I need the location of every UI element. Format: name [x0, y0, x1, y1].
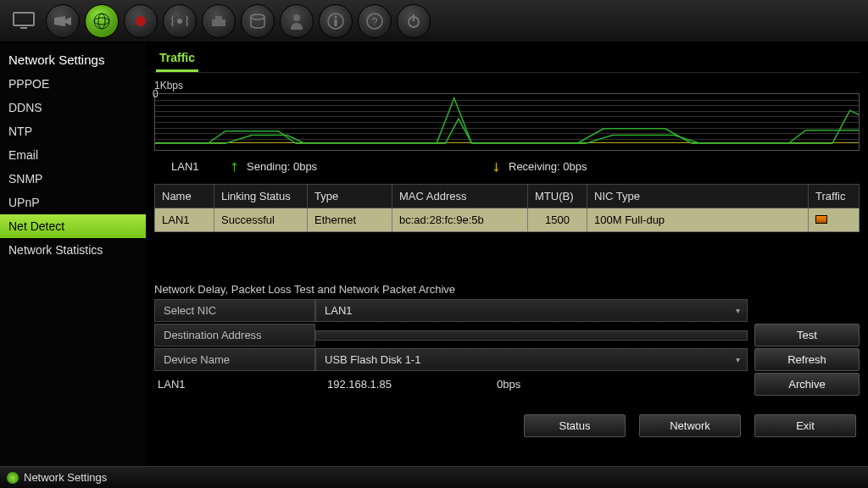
- svg-point-10: [293, 14, 300, 21]
- destination-address-input[interactable]: [315, 330, 748, 341]
- svg-point-6: [177, 19, 182, 24]
- info-rate: 0bps: [497, 378, 598, 391]
- cell-type: Ethernet: [308, 208, 392, 232]
- top-toolbar: ?: [0, 0, 868, 42]
- alarm-icon[interactable]: [163, 4, 197, 38]
- cell-status: Successful: [214, 208, 308, 232]
- download-arrow-icon: ↓: [492, 158, 500, 175]
- th-mtu: MTU(B): [528, 185, 587, 208]
- help-icon[interactable]: ?: [358, 4, 392, 38]
- svg-rect-17: [413, 14, 415, 21]
- cell-nic: 100M Full-dup: [587, 208, 809, 232]
- exit-button[interactable]: Exit: [754, 414, 856, 437]
- traffic-chart-icon[interactable]: [815, 215, 827, 224]
- select-nic-value: LAN1: [325, 304, 353, 317]
- svg-point-9: [251, 14, 264, 19]
- sidebar-item-upnp[interactable]: UPnP: [0, 191, 146, 214]
- device-icon[interactable]: [202, 4, 236, 38]
- table-header-row: Name Linking Status Type MAC Address MTU…: [155, 185, 860, 208]
- svg-point-12: [335, 15, 337, 18]
- footer-buttons: Status Network Exit: [524, 414, 856, 437]
- sidebar-item-pppoe[interactable]: PPPOE: [0, 72, 146, 96]
- svg-text:?: ?: [371, 15, 377, 28]
- destination-address-label: Destination Address: [154, 324, 315, 347]
- svg-rect-13: [335, 19, 337, 26]
- camera-icon[interactable]: [46, 4, 80, 38]
- th-traffic: Traffic: [809, 185, 860, 208]
- select-nic-label: Select NIC: [154, 299, 315, 322]
- graph-legend: LAN1 ↑ Sending: 0bps ↓ Receiving: 0bps: [154, 154, 860, 184]
- info-ip: 192.168.1.85: [327, 378, 429, 391]
- th-status: Linking Status: [214, 185, 308, 208]
- record-icon[interactable]: [124, 4, 158, 38]
- th-mac: MAC Address: [392, 185, 528, 208]
- svg-rect-7: [212, 19, 225, 26]
- info-lan: LAN1: [158, 378, 259, 391]
- upload-arrow-icon: ↑: [231, 158, 238, 175]
- chevron-down-icon: ▾: [736, 355, 740, 364]
- th-type: Type: [308, 185, 392, 208]
- device-name-label: Device Name: [154, 348, 315, 371]
- archive-button[interactable]: Archive: [754, 373, 860, 396]
- power-icon[interactable]: [397, 4, 431, 38]
- device-name-value: USB Flash Disk 1-1: [325, 353, 420, 366]
- hdd-icon[interactable]: [241, 4, 275, 38]
- traffic-graph: [154, 93, 860, 151]
- monitor-icon[interactable]: [7, 7, 41, 36]
- sidebar-item-email[interactable]: Email: [0, 143, 146, 167]
- legend-lan: LAN1: [171, 160, 222, 173]
- svg-point-4: [98, 14, 105, 29]
- section-title: Network Delay, Packet Loss Test and Netw…: [154, 274, 860, 299]
- status-button[interactable]: Status: [524, 414, 626, 437]
- svg-rect-0: [14, 13, 34, 25]
- select-nic-dropdown[interactable]: LAN1 ▾: [315, 299, 748, 322]
- network-button[interactable]: Network: [639, 414, 741, 437]
- status-bar: Network Settings: [0, 466, 868, 488]
- test-button[interactable]: Test: [754, 324, 860, 347]
- svg-point-2: [94, 14, 109, 29]
- refresh-button[interactable]: Refresh: [754, 348, 860, 371]
- cell-mac: bc:ad:28:fc:9e:5b: [392, 208, 528, 232]
- cell-mtu: 1500: [528, 208, 587, 232]
- nic-table: Name Linking Status Type MAC Address MTU…: [154, 184, 860, 232]
- legend-receiving: Receiving: 0bps: [509, 160, 587, 173]
- svg-point-5: [136, 16, 146, 26]
- info-icon[interactable]: [319, 4, 353, 38]
- sidebar-item-net-detect[interactable]: Net Detect: [0, 214, 146, 238]
- svg-rect-1: [20, 27, 27, 29]
- th-name: Name: [155, 185, 214, 208]
- graph-zero-label: 0: [153, 88, 159, 100]
- sidebar-item-network-statistics[interactable]: Network Statistics: [0, 238, 146, 262]
- svg-point-3: [94, 18, 109, 25]
- sidebar-header: Network Settings: [0, 47, 146, 72]
- tab-traffic[interactable]: Traffic: [156, 47, 198, 72]
- cell-name: LAN1: [155, 208, 214, 232]
- status-dot-icon: [7, 472, 19, 484]
- sidebar-item-snmp[interactable]: SNMP: [0, 167, 146, 191]
- sidebar-item-ntp[interactable]: NTP: [0, 119, 146, 143]
- sidebar-item-ddns[interactable]: DDNS: [0, 96, 146, 119]
- status-bar-text: Network Settings: [24, 471, 107, 484]
- table-row[interactable]: LAN1 Successful Ethernet bc:ad:28:fc:9e:…: [155, 208, 860, 232]
- th-nictype: NIC Type: [587, 185, 809, 208]
- legend-sending: Sending: 0bps: [247, 160, 484, 173]
- info-row: LAN1 192.168.1.85 0bps: [154, 373, 748, 396]
- sidebar: Network Settings PPPOE DDNS NTP Email SN…: [0, 42, 146, 466]
- cell-traffic[interactable]: [809, 208, 860, 232]
- user-icon[interactable]: [280, 4, 314, 38]
- svg-rect-8: [215, 16, 222, 19]
- device-name-dropdown[interactable]: USB Flash Disk 1-1 ▾: [315, 348, 748, 371]
- chevron-down-icon: ▾: [736, 306, 740, 315]
- content-area: Traffic 1Kbps 0 LAN1 ↑ Sending: 0bps ↓ R…: [146, 42, 868, 466]
- network-icon[interactable]: [85, 4, 119, 38]
- graph-y-label: 1Kbps: [154, 80, 860, 92]
